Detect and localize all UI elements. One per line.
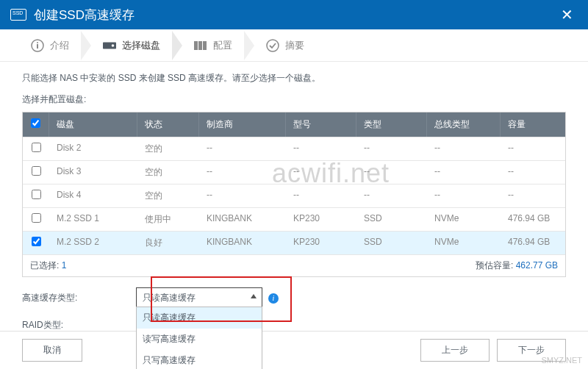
- select-display[interactable]: 只读高速缓存: [136, 287, 262, 309]
- svg-rect-6: [198, 41, 202, 50]
- info-circle-icon: [31, 39, 44, 52]
- raid-type-row: RAID类型:: [22, 319, 566, 332]
- disk-icon: [103, 39, 116, 52]
- wizard-stepper: 介绍 选择磁盘 配置 摘要: [0, 29, 588, 62]
- cell-bustype: NVMe: [427, 232, 501, 254]
- cell-cap: 476.94 GB: [501, 208, 565, 231]
- col-header-mfr[interactable]: 制造商: [199, 112, 286, 137]
- dropdown-option[interactable]: 只读高速缓存: [137, 307, 262, 329]
- step-select-disk[interactable]: 选择磁盘: [94, 39, 169, 52]
- selected-label: 已选择:: [30, 260, 59, 271]
- cell-cap: --: [501, 161, 565, 184]
- cell-status: 空的: [137, 161, 199, 184]
- cell-disk: Disk 3: [49, 161, 137, 184]
- window-title: 创建SSD高速缓存: [34, 7, 556, 24]
- window-header: 创建SSD高速缓存 ✕: [0, 0, 588, 29]
- col-header-type[interactable]: 类型: [356, 112, 427, 137]
- cache-type-label: 高速缓存类型:: [22, 292, 136, 304]
- step-intro[interactable]: 介绍: [22, 39, 78, 52]
- cell-cap: 476.94 GB: [501, 232, 565, 254]
- step-label: 摘要: [285, 39, 304, 52]
- cell-bustype: --: [427, 184, 501, 207]
- cell-bustype: NVMe: [427, 208, 501, 231]
- est-label: 预估容量:: [476, 260, 513, 271]
- cell-cap: --: [501, 137, 565, 160]
- cell-status: 良好: [137, 232, 199, 254]
- table-row[interactable]: M.2 SSD 2良好KINGBANKKP230SSDNVMe476.94 GB: [23, 231, 565, 254]
- cache-type-select[interactable]: 只读高速缓存 只读高速缓存 读写高速缓存 只写高速缓存: [136, 287, 262, 309]
- chevron-right-icon: [172, 31, 182, 60]
- dialog-footer: 取消 上一步 下一步: [0, 331, 588, 369]
- svg-rect-5: [194, 41, 198, 50]
- table-footer: 已选择: 1 预估容量: 462.77 GB: [23, 254, 565, 276]
- cell-mfr: --: [199, 184, 286, 207]
- cell-mfr: KINGBANK: [199, 232, 286, 254]
- cell-type: --: [356, 161, 427, 184]
- ssd-icon: [10, 9, 26, 21]
- step-label: 配置: [213, 39, 232, 52]
- step-summary[interactable]: 摘要: [257, 39, 313, 52]
- col-header-model[interactable]: 型号: [286, 112, 356, 137]
- svg-point-4: [112, 44, 115, 47]
- info-icon[interactable]: i: [268, 293, 279, 304]
- next-button[interactable]: 下一步: [497, 339, 566, 362]
- dropdown-option[interactable]: 读写高速缓存: [137, 329, 262, 350]
- cell-type: --: [356, 137, 427, 160]
- cell-status: 使用中: [137, 208, 199, 231]
- row-checkbox[interactable]: [23, 161, 49, 184]
- col-header-status[interactable]: 状态: [137, 112, 199, 137]
- cache-type-dropdown: 只读高速缓存 读写高速缓存 只写高速缓存: [136, 307, 262, 369]
- table-row[interactable]: Disk 4空的----------: [23, 184, 565, 207]
- cell-type: --: [356, 184, 427, 207]
- table-row[interactable]: Disk 3空的----------: [23, 160, 565, 184]
- disk-table: 磁盘 状态 制造商 型号 类型 总线类型 容量 Disk 2空的--------…: [22, 112, 566, 277]
- cell-disk: M.2 SSD 2: [49, 232, 137, 254]
- selected-count: 1: [62, 260, 67, 271]
- cell-mfr: KINGBANK: [199, 208, 286, 231]
- cell-type: SSD: [356, 232, 427, 254]
- raid-type-label: RAID类型:: [22, 319, 136, 332]
- svg-point-8: [267, 40, 279, 51]
- cell-disk: M.2 SSD 1: [49, 208, 137, 231]
- svg-rect-2: [37, 44, 38, 49]
- svg-rect-7: [203, 41, 207, 50]
- prev-button[interactable]: 上一步: [420, 339, 490, 362]
- row-checkbox[interactable]: [23, 232, 49, 254]
- header-checkbox[interactable]: [23, 112, 49, 137]
- step-label: 选择磁盘: [122, 39, 160, 52]
- content-area: 只能选择 NAS 中安装的 SSD 来创建 SSD 高速缓存。请至少选择一个磁盘…: [0, 62, 588, 369]
- sliders-icon: [194, 39, 207, 52]
- table-row[interactable]: M.2 SSD 1使用中KINGBANKKP230SSDNVMe476.94 G…: [23, 207, 565, 231]
- cache-type-row: 高速缓存类型: 只读高速缓存 只读高速缓存 读写高速缓存 只写高速缓存 i: [22, 287, 566, 309]
- description-text: 只能选择 NAS 中安装的 SSD 来创建 SSD 高速缓存。请至少选择一个磁盘…: [22, 72, 566, 85]
- col-header-cap[interactable]: 容量: [501, 112, 565, 137]
- cell-model: --: [286, 137, 356, 160]
- col-header-bustype[interactable]: 总线类型: [427, 112, 501, 137]
- est-value: 462.77 GB: [516, 260, 558, 271]
- cancel-button[interactable]: 取消: [22, 339, 82, 362]
- cell-cap: --: [501, 184, 565, 207]
- cell-mfr: --: [199, 137, 286, 160]
- col-header-disk[interactable]: 磁盘: [49, 112, 137, 137]
- chevron-right-icon: [244, 31, 254, 60]
- cell-mfr: --: [199, 161, 286, 184]
- step-label: 介绍: [50, 39, 69, 52]
- step-config[interactable]: 配置: [185, 39, 241, 52]
- table-row[interactable]: Disk 2空的----------: [23, 137, 565, 160]
- row-checkbox[interactable]: [23, 184, 49, 207]
- cell-type: SSD: [356, 208, 427, 231]
- row-checkbox[interactable]: [23, 137, 49, 160]
- check-circle-icon: [266, 39, 279, 52]
- cell-bustype: --: [427, 161, 501, 184]
- svg-point-1: [37, 42, 38, 43]
- cell-disk: Disk 4: [49, 184, 137, 207]
- svg-rect-3: [103, 42, 116, 49]
- dropdown-option[interactable]: 只写高速缓存: [137, 350, 262, 369]
- cell-model: KP230: [286, 232, 356, 254]
- section-label: 选择并配置磁盘:: [22, 93, 566, 106]
- close-icon[interactable]: ✕: [556, 6, 578, 24]
- cell-model: --: [286, 161, 356, 184]
- row-checkbox[interactable]: [23, 208, 49, 231]
- cell-disk: Disk 2: [49, 137, 137, 160]
- cell-bustype: --: [427, 137, 501, 160]
